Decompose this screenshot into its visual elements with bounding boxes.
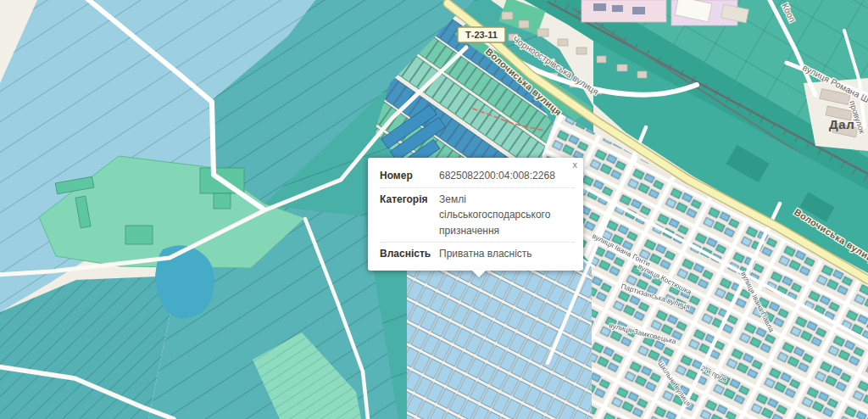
close-icon[interactable]: x <box>573 160 578 170</box>
parcel-ownership-value: Приватна власність <box>439 246 575 262</box>
popup-row-label: Категорія <box>380 192 436 239</box>
popup-row-ownership: Власність Приватна власність <box>380 242 575 265</box>
place-label-dal: Дал <box>829 117 854 131</box>
route-badge-label: Т-23-11 <box>465 30 498 40</box>
cadastral-map-viewer: Чорноострівська вулиця Волочиська вулиця… <box>0 0 868 419</box>
popup-pointer <box>471 270 487 277</box>
route-badge: Т-23-11 <box>458 27 505 42</box>
popup-row-category: Категорія Землі сільськогосподарського п… <box>380 187 575 243</box>
parcel-category-value: Землі сільськогосподарського призначення <box>439 192 575 239</box>
parcel-number-value: 6825082200:04:008:2268 <box>439 168 575 184</box>
popup-row-label: Власність <box>380 246 436 262</box>
popup-row-number: Номер 6825082200:04:008:2268 <box>380 165 575 187</box>
popup-row-label: Номер <box>380 168 436 184</box>
parcel-info-popup: x Номер 6825082200:04:008:2268 Категорія… <box>368 158 583 271</box>
